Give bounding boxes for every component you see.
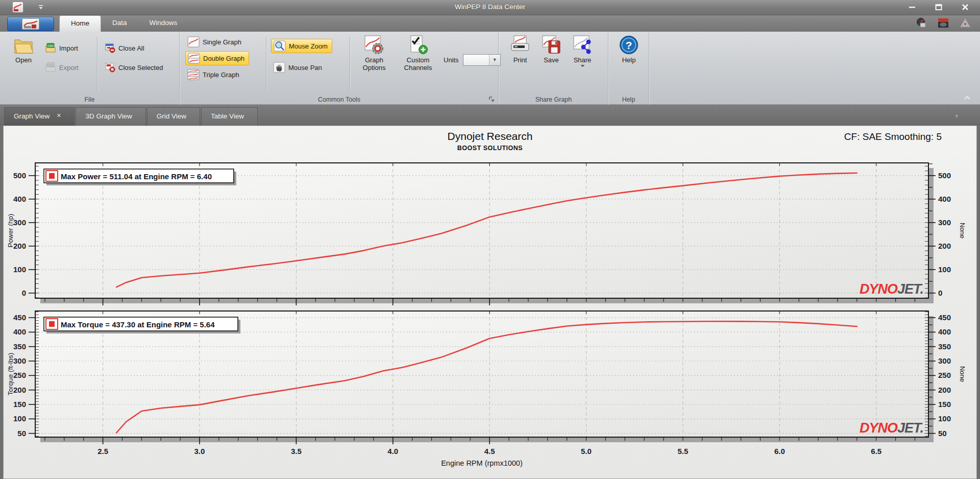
window-title: WinPEP 8 Data Center xyxy=(0,3,980,11)
open-button[interactable]: Open xyxy=(8,35,39,64)
close-all-button[interactable]: Close All xyxy=(102,41,149,55)
svg-text:350: 350 xyxy=(938,342,951,351)
svg-text:50: 50 xyxy=(17,429,26,438)
legend[interactable]: Max Torque = 437.30 at Engine RPM = 5.64 xyxy=(44,317,240,333)
svg-text:0: 0 xyxy=(22,289,26,297)
close-all-icon xyxy=(104,43,115,53)
application-menu-button[interactable] xyxy=(7,17,54,31)
triple-graph-button[interactable]: Triple Graph xyxy=(185,67,243,82)
dyno-device-icon[interactable] xyxy=(937,17,949,31)
torque-chart[interactable]: 5050100100150150200200250250300300350350… xyxy=(7,311,966,467)
svg-text:300: 300 xyxy=(13,218,26,227)
import-button[interactable]: CSV Import xyxy=(43,41,82,55)
share-button[interactable]: Share xyxy=(568,34,597,67)
mouse-zoom-icon xyxy=(274,40,286,52)
share-dropdown-arrow-icon xyxy=(580,64,585,67)
print-button[interactable]: Print xyxy=(505,34,535,64)
svg-text:150: 150 xyxy=(13,400,26,409)
tab-grid-view[interactable]: Grid View xyxy=(147,107,200,126)
tab-graph-view[interactable]: Graph View × xyxy=(4,107,75,126)
tab-strip-dropdown-icon[interactable]: ▼ xyxy=(954,113,960,119)
double-graph-button[interactable]: Double Graph xyxy=(185,51,249,65)
ribbon-tab-data[interactable]: Data xyxy=(101,15,138,32)
svg-text:?: ? xyxy=(626,39,632,51)
graph-view-panel: Dynojet Research BOOST SOLUTIONS CF: SAE… xyxy=(3,126,977,479)
svg-text:450: 450 xyxy=(13,313,26,322)
title-bar: WinPEP 8 Data Center xyxy=(0,0,980,15)
svg-text:400: 400 xyxy=(13,195,26,203)
ribbon-tab-home[interactable]: Home xyxy=(59,15,101,32)
single-graph-button[interactable]: Single Graph xyxy=(185,35,246,49)
mouse-zoom-button[interactable]: Mouse Zoom xyxy=(271,39,332,53)
svg-text:300: 300 xyxy=(938,356,951,365)
svg-text:500: 500 xyxy=(938,171,951,180)
tab-table-view[interactable]: Table View xyxy=(201,107,258,126)
close-selected-icon xyxy=(104,62,115,73)
svg-text:100: 100 xyxy=(13,414,26,423)
winpep-window: WinPEP 8 Data Center Home Data Windows xyxy=(0,0,980,479)
svg-text:500: 500 xyxy=(13,171,26,180)
svg-text:0: 0 xyxy=(938,289,942,297)
svg-text:300: 300 xyxy=(13,356,26,365)
collapse-ribbon-button[interactable] xyxy=(963,93,972,101)
graph-options-button[interactable]: Graph Options xyxy=(356,34,393,71)
svg-text:4.5: 4.5 xyxy=(484,447,495,456)
print-icon xyxy=(509,35,531,55)
double-graph-icon xyxy=(188,53,200,64)
winpep-logo-icon xyxy=(22,18,39,30)
svg-text:400: 400 xyxy=(13,327,26,336)
svg-text:6.5: 6.5 xyxy=(871,447,881,456)
tab-close-icon[interactable]: × xyxy=(57,112,61,126)
units-dropdown[interactable]: ▼ xyxy=(463,54,501,66)
dyno-charts[interactable]: 00100100200200300300400400500500Power (h… xyxy=(4,126,977,479)
svg-text:4.0: 4.0 xyxy=(387,447,398,456)
svg-text:CSV: CSV xyxy=(47,44,54,47)
custom-channels-icon xyxy=(408,35,428,55)
y-axis-title: Torque (ft-lbs) xyxy=(7,353,14,395)
mouse-pan-button[interactable]: Mouse Pan xyxy=(271,60,326,75)
legend[interactable]: Max Power = 511.04 at Engine RPM = 6.40 xyxy=(44,169,236,185)
svg-text:2.5: 2.5 xyxy=(97,447,108,456)
save-button[interactable]: Save xyxy=(538,34,565,64)
power-chart[interactable]: 00100100200200300300400400500500Power (h… xyxy=(7,163,966,305)
export-button[interactable]: CSV Export xyxy=(43,60,83,75)
triple-graph-icon xyxy=(187,69,200,80)
ribbon-tab-row: Home Data Windows xyxy=(0,15,980,32)
ribbon-group-common-tools: Single Graph Double Graph Triple Graph M… xyxy=(180,32,499,105)
svg-text:200: 200 xyxy=(13,386,26,394)
gauge-icon[interactable] xyxy=(916,17,927,31)
svg-text:250: 250 xyxy=(13,371,26,379)
ribbon: Open CSV Import CSV Export Close All Clo… xyxy=(0,32,980,105)
svg-text:200: 200 xyxy=(13,242,26,250)
units-label: Units xyxy=(444,56,459,64)
svg-text:150: 150 xyxy=(938,400,951,409)
custom-channels-button[interactable]: Custom Channels xyxy=(398,34,438,71)
maximize-button[interactable] xyxy=(931,2,946,12)
export-csv-icon: CSV xyxy=(45,62,56,73)
svg-text:250: 250 xyxy=(938,371,951,379)
svg-text:6.0: 6.0 xyxy=(774,447,785,456)
alert-triangle-icon[interactable] xyxy=(960,17,971,31)
dynojet-logo: DYNOJET. xyxy=(860,420,923,436)
right-axis-title: None xyxy=(959,223,966,238)
tab-3d-graph-view[interactable]: 3D Graph View xyxy=(76,107,145,126)
svg-text:5.0: 5.0 xyxy=(581,447,592,456)
dynojet-logo: DYNOJET. xyxy=(860,281,923,297)
ribbon-group-file: Open CSV Import CSV Export Close All Clo… xyxy=(0,32,180,105)
svg-text:200: 200 xyxy=(938,386,951,394)
ribbon-tab-windows[interactable]: Windows xyxy=(138,15,189,32)
svg-text:3.0: 3.0 xyxy=(194,447,205,456)
view-tab-strip: Graph View × 3D Graph View Grid View Tab… xyxy=(0,105,980,126)
close-selected-button[interactable]: Close Selected xyxy=(102,60,167,75)
svg-text:350: 350 xyxy=(13,342,26,351)
help-button[interactable]: ? Help xyxy=(616,34,642,64)
svg-text:3.5: 3.5 xyxy=(291,447,302,456)
minimize-button[interactable] xyxy=(904,2,920,12)
ribbon-group-share-graph: Print Save xyxy=(499,32,608,105)
graph-options-icon xyxy=(364,35,384,55)
legend-label: Max Power = 511.04 at Engine RPM = 6.40 xyxy=(61,172,212,181)
close-button[interactable] xyxy=(958,2,973,12)
right-axis-title: None xyxy=(959,366,966,382)
legend-label: Max Torque = 437.30 at Engine RPM = 5.64 xyxy=(61,320,215,329)
svg-text:CSV: CSV xyxy=(47,64,54,67)
